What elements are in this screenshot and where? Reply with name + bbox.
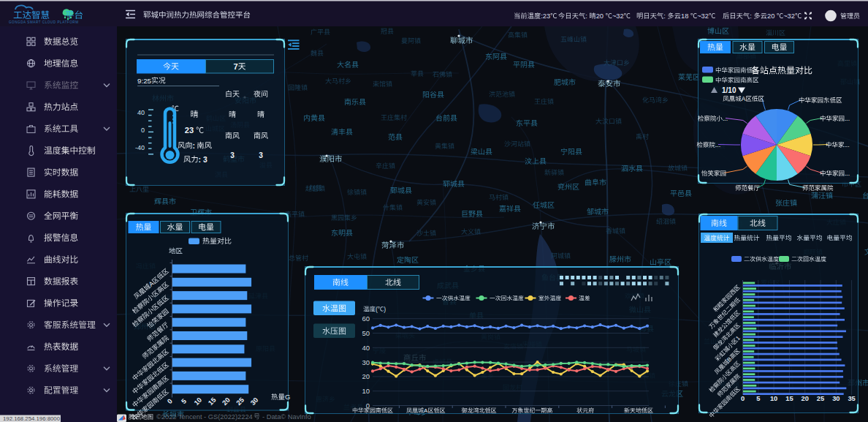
svg-text:20: 20 <box>767 12 774 20</box>
svg-text:7: 7 <box>233 62 237 71</box>
svg-text:20: 20 <box>362 372 370 380</box>
svg-text:©2022 Tencent - GS(2022)2224: ©2022 Tencent - GS(2022)2224 <box>156 413 253 421</box>
svg-text:1/10: 1/10 <box>722 86 736 94</box>
svg-text:10: 10 <box>770 395 777 402</box>
svg-text:0: 0 <box>141 127 145 134</box>
svg-text:: 3: : 3 <box>199 156 208 164</box>
svg-text:3: 3 <box>259 151 263 159</box>
svg-text:10: 10 <box>362 387 370 395</box>
svg-text:18: 18 <box>681 12 688 20</box>
svg-text::: : <box>663 12 666 20</box>
svg-text:9:25: 9:25 <box>137 77 152 85</box>
svg-text:...: ... <box>845 141 850 148</box>
svg-text:~32: ~32 <box>697 12 709 20</box>
svg-text:A: A <box>424 407 428 414</box>
svg-text:...: ... <box>845 115 850 122</box>
svg-text:20: 20 <box>802 395 809 402</box>
svg-text::: : <box>193 142 195 150</box>
svg-text:30: 30 <box>832 395 840 402</box>
svg-text:...: ... <box>723 115 728 122</box>
svg-text:30: 30 <box>362 358 370 366</box>
svg-text:23: 23 <box>185 126 194 135</box>
svg-text:GONGDA SMART CLOUD PLATFORM: GONGDA SMART CLOUD PLATFORM <box>9 20 79 24</box>
svg-text:~32: ~32 <box>783 12 795 20</box>
svg-text::23: :23 <box>541 12 550 20</box>
svg-text:...: ... <box>715 141 720 148</box>
svg-text:3: 3 <box>230 151 235 159</box>
svg-text::: : <box>585 12 587 20</box>
svg-text:15: 15 <box>785 395 793 402</box>
svg-text:): ) <box>384 306 386 313</box>
svg-text:25: 25 <box>817 395 824 402</box>
svg-text:~32: ~32 <box>612 12 624 20</box>
svg-text:A: A <box>742 95 746 102</box>
svg-text:(: ( <box>376 306 378 313</box>
svg-text:-40: -40 <box>135 144 145 151</box>
svg-text:192.168.254.196:8000: 192.168.254.196:8000 <box>3 415 61 422</box>
svg-text:50: 50 <box>362 329 370 337</box>
svg-text:0: 0 <box>741 395 745 402</box>
svg-text:5: 5 <box>756 395 760 402</box>
svg-text:20: 20 <box>596 12 604 20</box>
svg-text:40: 40 <box>137 109 145 116</box>
svg-text::: : <box>750 12 752 20</box>
svg-text:- Data© NavInfo: - Data© NavInfo <box>262 413 311 421</box>
svg-text:40: 40 <box>362 344 370 352</box>
svg-text:35: 35 <box>848 395 855 402</box>
svg-text:...: ... <box>845 170 850 177</box>
svg-text:60: 60 <box>362 314 370 323</box>
svg-text:G: G <box>285 393 290 401</box>
